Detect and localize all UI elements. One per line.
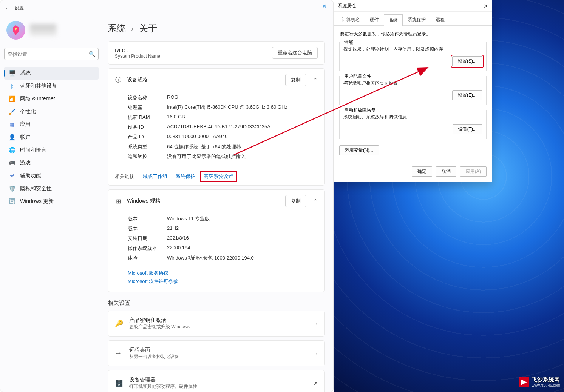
related-links-label: 相关链接 <box>115 173 134 180</box>
nav-item-1[interactable]: ᛒ蓝牙和其他设备 <box>4 80 99 92</box>
windows-icon: ⊞ <box>115 198 122 204</box>
spec-key: 处理器 <box>128 104 160 111</box>
search-box[interactable]: 🔍 <box>4 48 99 60</box>
dialog-tab[interactable]: 硬件 <box>365 14 384 25</box>
spec-row: 安装日期2021/8/16 <box>128 234 318 243</box>
search-icon: 🔍 <box>89 51 95 57</box>
search-input[interactable] <box>8 51 89 57</box>
back-button[interactable]: ← <box>5 5 10 11</box>
group-settings-button[interactable]: 设置(E)... <box>452 90 482 100</box>
nav-icon: ✳ <box>9 172 15 179</box>
nav-label: 应用 <box>20 121 31 128</box>
dialog-tab[interactable]: 远程 <box>431 14 450 25</box>
nav-icon: 🔄 <box>9 198 15 205</box>
dialog-tab[interactable]: 系统保护 <box>403 14 431 25</box>
ok-button[interactable]: 确定 <box>412 166 432 177</box>
group-desc: 系统启动、系统故障和调试信息 <box>343 114 482 124</box>
chevron-right-icon: ↗ <box>313 380 318 386</box>
nav-item-8[interactable]: ✳辅助功能 <box>4 169 99 182</box>
breadcrumb-sep: › <box>131 24 134 33</box>
cancel-button[interactable]: 取消 <box>436 166 456 177</box>
nav-icon: 📶 <box>9 95 15 102</box>
collapse-windows-specs[interactable]: ⌃ <box>313 198 318 204</box>
watermark-brand: 飞沙系统网 <box>532 376 560 383</box>
nav-label: 辅助功能 <box>20 172 41 179</box>
spec-key: 安装日期 <box>128 235 160 242</box>
dialog-tab[interactable]: 计算机名 <box>337 14 365 25</box>
maximize-button[interactable] <box>298 0 316 12</box>
spec-key: 版本 <box>128 215 160 222</box>
related-item-1[interactable]: ↔ 远程桌面 从另一台设备控制此设备 › <box>108 340 325 366</box>
env-vars-button[interactable]: 环境变量(N)... <box>339 145 379 155</box>
dialog-title: 系统属性 <box>338 3 356 9</box>
spec-row: 系统类型64 位操作系统, 基于 x64 的处理器 <box>128 142 318 152</box>
spec-value: 22000.194 <box>167 245 190 252</box>
link-domain-workgroup[interactable]: 域或工作组 <box>143 173 167 180</box>
breadcrumb-root[interactable]: 系统 <box>108 22 126 34</box>
related-icon: ↔ <box>115 349 123 357</box>
dialog-tab[interactable]: 高级 <box>384 14 403 26</box>
link-system-protection[interactable]: 系统保护 <box>176 173 195 180</box>
related-title: 设备管理器 <box>129 377 197 383</box>
nav-label: 系统 <box>20 70 31 77</box>
nav-label: Windows 更新 <box>20 198 54 205</box>
rename-pc-button[interactable]: 重命名这台电脑 <box>272 47 318 59</box>
related-title: 远程桌面 <box>129 347 179 354</box>
nav-icon: 🖥️ <box>9 70 15 77</box>
apply-button[interactable]: 应用(A) <box>460 166 487 177</box>
spec-key: 系统类型 <box>128 143 160 150</box>
minimize-button[interactable] <box>281 0 298 12</box>
system-properties-dialog: 系统属性 ✕ 计算机名硬件高级系统保护远程 要进行大多数更改，你必须作为管理员登… <box>334 0 492 182</box>
nav-item-9[interactable]: 🛡️隐私和安全性 <box>4 182 99 195</box>
spec-value: 没有可用于此显示器的笔或触控输入 <box>167 153 246 160</box>
close-button[interactable]: ✕ <box>316 0 333 12</box>
dialog-close-button[interactable]: ✕ <box>484 3 488 9</box>
nav-item-0[interactable]: 🖥️系统 <box>4 67 99 80</box>
group-settings-button[interactable]: 设置(T)... <box>453 124 482 134</box>
nav-item-5[interactable]: 👤帐户 <box>4 131 99 144</box>
related-item-0[interactable]: 🔑 产品密钥和激活 更改产品密钥或升级 Windows › <box>108 311 325 337</box>
nav-label: 蓝牙和其他设备 <box>20 83 57 89</box>
sidebar: 🔍 🖥️系统ᛒ蓝牙和其他设备📶网络 & Internet🖌️个性化▦应用👤帐户🌐… <box>0 15 102 392</box>
group-settings-button[interactable]: 设置(S)... <box>452 56 482 66</box>
copy-device-specs-button[interactable]: 复制 <box>285 74 306 86</box>
spec-value: Intel(R) Core(TM) i5-8600K CPU @ 3.60GHz… <box>167 104 287 111</box>
nav-item-7[interactable]: 🎮游戏 <box>4 157 99 169</box>
copy-windows-specs-button[interactable]: 复制 <box>285 195 306 207</box>
nav-icon: 🖌️ <box>9 108 15 115</box>
related-item-2[interactable]: 🗄️ 设备管理器 打印机和其他驱动程序、硬件属性 ↗ <box>108 370 325 392</box>
group-desc: 视觉效果，处理器计划，内存使用，以及虚拟内存 <box>343 46 482 56</box>
collapse-device-specs[interactable]: ⌃ <box>313 77 318 83</box>
pc-name: ROG <box>115 47 160 54</box>
related-title: 产品密钥和激活 <box>129 317 190 324</box>
spec-row: 设备名称ROG <box>128 93 318 103</box>
avatar <box>6 21 25 40</box>
related-sub: 从另一台设备控制此设备 <box>129 354 179 360</box>
spec-value: ROG <box>167 94 178 101</box>
group-desc: 与登录帐户相关的桌面设置 <box>343 80 482 90</box>
nav-icon: 🌐 <box>9 147 15 154</box>
nav-item-2[interactable]: 📶网络 & Internet <box>4 92 99 105</box>
nav-item-10[interactable]: 🔄Windows 更新 <box>4 195 99 208</box>
nav-item-3[interactable]: 🖌️个性化 <box>4 105 99 118</box>
nav-label: 时间和语言 <box>20 147 46 154</box>
link-ms-service-agreement[interactable]: Microsoft 服务协议 <box>128 269 318 277</box>
spec-row: 处理器Intel(R) Core(TM) i5-8600K CPU @ 3.60… <box>128 103 318 112</box>
spec-row: 版本Windows 11 专业版 <box>128 214 318 224</box>
group-legend: 启动和故障恢复 <box>343 107 377 114</box>
chevron-right-icon: › <box>316 321 318 327</box>
link-advanced-system-settings[interactable]: 高级系统设置 <box>204 174 233 179</box>
nav-item-4[interactable]: ▦应用 <box>4 118 99 131</box>
window-controls: ✕ <box>281 0 333 12</box>
spec-row: 操作系统版本22000.194 <box>128 243 318 253</box>
spec-value: Windows 功能体验包 1000.22000.194.0 <box>167 255 254 261</box>
pc-card: ROG System Product Name 重命名这台电脑 <box>108 41 325 65</box>
user-profile[interactable] <box>4 18 99 46</box>
nav-item-6[interactable]: 🌐时间和语言 <box>4 144 99 157</box>
info-icon: ⓘ <box>115 77 122 83</box>
user-name-blurred <box>30 24 56 36</box>
nav-label: 网络 & Internet <box>20 95 55 102</box>
link-ms-license-terms[interactable]: Microsoft 软件许可条款 <box>128 277 318 286</box>
spec-key: 体验 <box>128 255 160 261</box>
spec-key: 操作系统版本 <box>128 245 160 252</box>
